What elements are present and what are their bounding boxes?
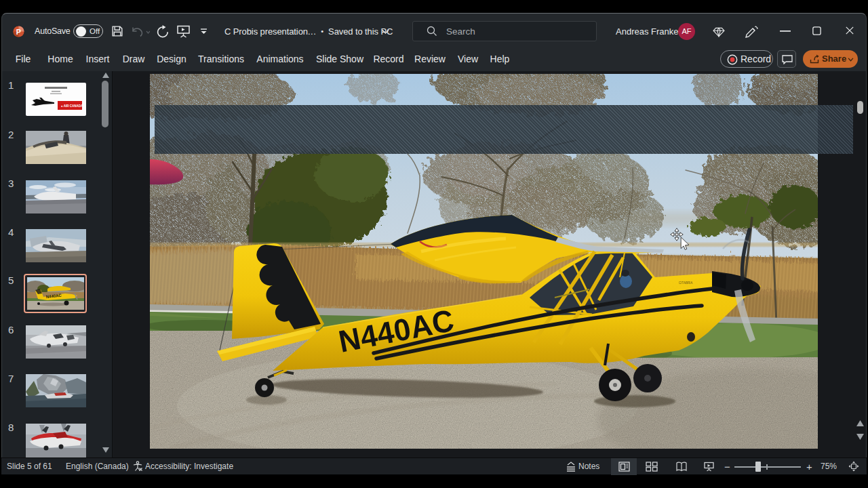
svg-text:CITABRIA: CITABRIA [679, 281, 692, 285]
svg-text:● AIR CANADA: ● AIR CANADA [61, 104, 83, 108]
